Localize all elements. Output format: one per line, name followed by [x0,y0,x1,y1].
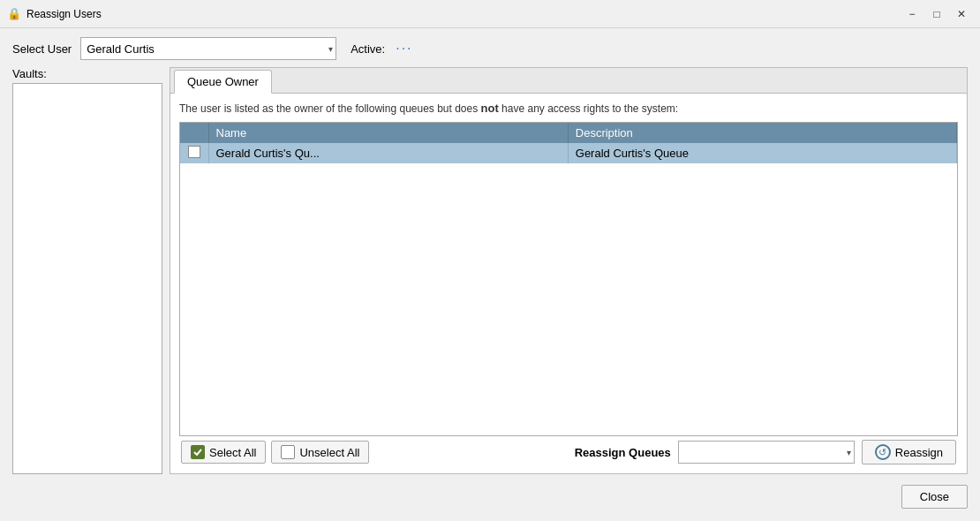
info-text: The user is listed as the owner of the f… [179,101,958,117]
col-description: Description [568,123,956,143]
reassign-label-text: Reassign [895,446,943,459]
select-all-button[interactable]: Select All [181,441,266,464]
tab-bar: Queue Owner [170,68,967,94]
select-user-label: Select User [12,42,72,56]
table-row: Gerald Curtis's Qu... Gerald Curtis's Qu… [180,143,957,163]
bottom-left: Select All Unselect All [181,441,369,464]
close-window-button[interactable]: ✕ [950,4,973,25]
title-bar: 🔒 Reassign Users − □ ✕ [0,0,980,28]
reassign-queues-label: Reassign Queues [575,446,671,459]
row-name: Gerald Curtis's Qu... [208,143,568,163]
tab-queue-owner[interactable]: Queue Owner [174,70,272,94]
vaults-label: Vaults: [12,67,162,80]
app-icon: 🔒 [7,7,21,21]
queue-content: The user is listed as the owner of the f… [170,94,967,473]
reassign-select[interactable] [678,441,855,464]
col-name: Name [208,123,568,143]
top-bar: Select User Gerald Curtis ▾ Active: ··· [12,37,968,60]
row-checkbox[interactable] [188,146,200,158]
unselect-all-icon [281,445,295,459]
select-all-icon [191,445,205,459]
col-checkbox [180,123,208,143]
row-description: Gerald Curtis's Queue [568,143,956,163]
main-area: Vaults: Queue Owner The user is listed a… [12,67,968,474]
row-checkbox-cell [180,143,208,163]
bottom-right: Reassign Queues ▾ ↺ Reassign [575,440,956,464]
active-label: Active: [351,42,385,56]
reassign-button[interactable]: ↺ Reassign [862,440,956,464]
vaults-list [12,83,162,474]
queue-table: Name Description Gerald Curtis's Qu... G… [180,123,957,163]
reassign-circle-icon: ↺ [875,444,891,460]
queue-panel: Queue Owner The user is listed as the ow… [170,67,968,474]
table-header-row: Name Description [180,123,957,143]
minimize-button[interactable]: − [901,4,923,25]
queue-table-wrapper: Name Description Gerald Curtis's Qu... G… [179,122,958,436]
unselect-all-button[interactable]: Unselect All [271,441,369,464]
bottom-bar: Select All Unselect All Reassign Queues [179,436,958,466]
user-select-wrapper: Gerald Curtis ▾ [80,37,336,60]
user-select[interactable]: Gerald Curtis [80,37,336,60]
window-title: Reassign Users [26,8,901,20]
select-all-label: Select All [209,446,256,459]
dialog-body: Select User Gerald Curtis ▾ Active: ··· … [0,28,980,521]
footer: Close [12,481,968,512]
window-controls: − □ ✕ [901,4,973,25]
vaults-panel: Vaults: [12,67,162,474]
active-indicator: ··· [396,41,412,57]
unselect-all-label: Unselect All [299,446,359,459]
reassign-select-wrapper: ▾ [678,441,855,464]
close-button[interactable]: Close [901,485,968,509]
maximize-button[interactable]: □ [925,4,948,25]
